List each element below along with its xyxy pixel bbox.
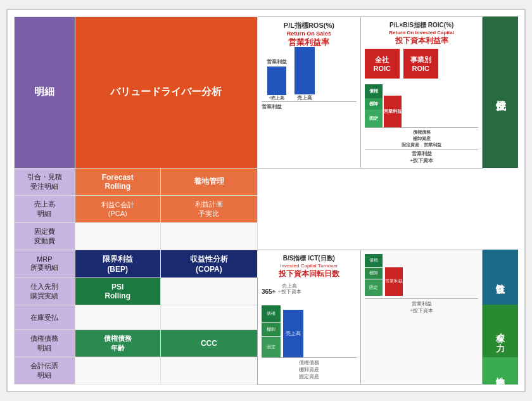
bs-subtitle: Invested Capital Turnover — [262, 263, 357, 269]
main-container: 明細 バリュードライバー分析 P/L指標ROS(%) Return On Sal… — [6, 9, 526, 393]
plbs-subtitle: Return On Invested Capital — [365, 30, 479, 35]
table-row: 売上高 明細 利益C会計 (PCA) 利益計画 予実比 — [15, 195, 519, 222]
pl-sales-col: 売上高 — [294, 47, 315, 101]
vd2-3-empty — [160, 222, 257, 250]
side-growth: 成長性 — [483, 16, 518, 168]
vd1-5: PSI Rolling — [75, 277, 160, 305]
bs-bar-group: 債権 棚卸 固定 売上高 — [262, 298, 357, 358]
plbs-bottom: 債権債務 棚卸資産 固定資産 営業利益 — [365, 129, 479, 148]
plbs-stacked-col: 債権 棚卸 固定 — [365, 84, 383, 127]
vd2-2: 利益計画 予実比 — [160, 195, 257, 222]
pl-ros-section: P/L指標ROS(%) Return On Sales 営業利益率 営業利益 ÷… — [262, 21, 357, 110]
bs-right-bar: 売上高 — [283, 310, 303, 357]
plbs-main-label: 投下資本利益率 — [365, 35, 479, 46]
vd2-6-empty — [160, 305, 257, 330]
table-row: 固定費 変動費 — [15, 222, 519, 250]
plbs-title: P/L×B/S指標 ROIC(%) — [365, 21, 479, 30]
vd2-1: 着地管理 — [160, 168, 257, 195]
header-value-driver: バリュードライバー分析 — [75, 16, 257, 168]
bs-formula-row: 365÷ 売上高÷投下資本 — [262, 283, 357, 295]
header-row: 明細 バリュードライバー分析 P/L指標ROS(%) Return On Sal… — [15, 16, 519, 168]
pl-title: P/L指標ROS(%) — [262, 21, 357, 30]
meisai-2: 売上高 明細 — [15, 195, 75, 222]
zensya-roic: 全社ROIC — [365, 49, 400, 79]
plbs-section: P/L×B/S指標 ROIC(%) Return On Invested Cap… — [365, 21, 479, 164]
meisai-8: 会計伝票 明細 — [15, 357, 75, 385]
pl-bar-sales — [294, 47, 315, 94]
jigyobetsu-roic: 事業別ROIC — [403, 49, 438, 79]
vd2-7: CCC — [160, 330, 257, 357]
pl-ratio-col: 営業利益 ÷売上高 — [267, 58, 287, 101]
plbs-chart-area: P/L×B/S指標 ROIC(%) Return On Invested Cap… — [360, 16, 483, 168]
meisai-5: 仕入先別 購買実績 — [15, 277, 75, 305]
roic-breakdown: 債権 棚卸 固定 営業利益 営業利益÷投下資本 — [365, 254, 479, 314]
roic-right-chart: 債権 棚卸 固定 営業利益 営業利益÷投下資本 — [360, 250, 483, 385]
bs-left-stack: 債権 棚卸 固定 — [262, 305, 281, 357]
side-efficiency: 効率性 — [483, 357, 518, 385]
bs-ict-chart: B/S指標 ICT(日数) Invested Capital Turnover … — [257, 250, 360, 385]
vd1-4: 限界利益 (BEP) — [75, 250, 160, 277]
meisai-7: 債権債務 明細 — [15, 330, 75, 357]
meisai-6: 在庫受払 — [15, 305, 75, 330]
vd1-1: Forecast Rolling — [75, 168, 160, 195]
header-meisai: 明細 — [15, 16, 75, 168]
side-profitability: 収益性 — [483, 250, 518, 305]
bs-main-label: 投下資本回転日数 — [262, 269, 357, 279]
bs-section: B/S指標 ICT(日数) Invested Capital Turnover … — [262, 254, 357, 381]
bs-365: 365÷ — [262, 288, 276, 295]
main-table: 明細 バリュードライバー分析 P/L指標ROS(%) Return On Sal… — [14, 16, 518, 385]
pl-subtitle: Return On Sales — [262, 30, 357, 37]
roic-right-bars: 債権 棚卸 固定 営業利益 — [365, 254, 479, 296]
vd1-7: 債権債務 年齢 — [75, 330, 160, 357]
vd1-8-empty — [75, 357, 160, 385]
bs-title: B/S指標 ICT(日数) — [262, 254, 357, 263]
plbs-formula: 営業利益÷投下資本 — [365, 150, 479, 164]
plbs-bar-chart: 債権 棚卸 固定 営業利益 — [365, 84, 479, 128]
meisai-3: 固定費 変動費 — [15, 222, 75, 250]
vd1-6-empty — [75, 305, 160, 330]
meisai-1: 引合・見積 受注明細 — [15, 168, 75, 195]
pl-bottom-label: 営業利益 — [262, 103, 357, 110]
vd2-5-empty — [160, 277, 257, 305]
meisai-4: MRP 所要明細 — [15, 250, 75, 277]
pl-bar-chart: 営業利益 ÷売上高 売上高 — [262, 48, 357, 102]
roic-right-formula: 営業利益÷投下資本 — [365, 298, 479, 314]
table-row: 引合・見積 受注明細 Forecast Rolling 着地管理 — [15, 168, 519, 195]
pl-chart-area: P/L指標ROS(%) Return On Sales 営業利益率 営業利益 ÷… — [257, 16, 360, 168]
roic-buttons: 全社ROIC 事業別ROIC — [365, 49, 479, 79]
vd1-2: 利益C会計 (PCA) — [75, 195, 160, 222]
table-row: MRP 所要明細 限界利益 (BEP) 収益性分析 (COPA) B/S指標 I… — [15, 250, 519, 277]
bs-labels: 債権債務 棚卸資産 固定資産 — [262, 359, 357, 381]
vd1-3-empty — [75, 222, 160, 250]
vd2-4: 収益性分析 (COPA) — [160, 250, 257, 277]
pl-bar-operating — [267, 67, 286, 95]
side-earning: 稼ぐ力 — [483, 305, 518, 357]
roic-right-profit: 営業利益 — [385, 254, 403, 296]
roic-right-stack: 債権 棚卸 固定 — [365, 254, 383, 296]
bs-fraction: 売上高÷投下資本 — [278, 283, 301, 295]
vd2-8-empty — [160, 357, 257, 385]
plbs-営業利益-col: 営業利益 — [384, 96, 402, 127]
